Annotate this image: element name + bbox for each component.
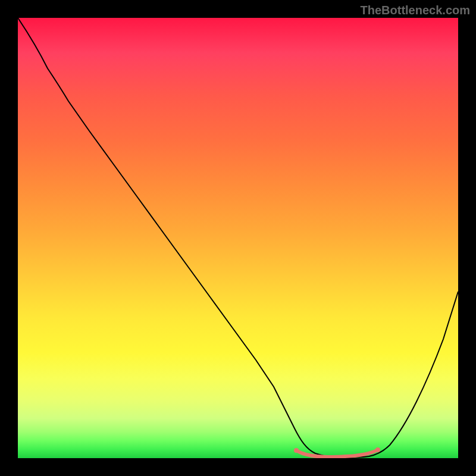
marker-end-dot	[375, 447, 380, 452]
marker-start-dot	[294, 448, 299, 453]
chart-plot-area	[18, 18, 458, 458]
optimal-range-marker	[296, 450, 378, 457]
chart-svg	[18, 18, 458, 458]
watermark-text: TheBottleneck.com	[361, 4, 470, 17]
bottleneck-curve-line	[18, 18, 458, 458]
